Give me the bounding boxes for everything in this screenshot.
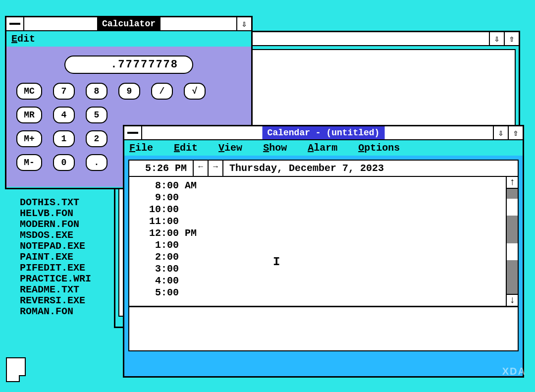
current-time: 5:26 PM <box>129 161 194 176</box>
scroll-down-icon[interactable]: ↓ <box>507 294 518 306</box>
menu-file[interactable]: File <box>129 142 153 154</box>
file-list: DOTHIS.TXTHELVB.FONMODERN.FONMSDOS.EXENO… <box>20 197 91 317</box>
calendar-titlebar[interactable]: Calendar - (untitled) ⇩ ⇧ <box>124 126 523 140</box>
current-date: Thursday, December 7, 2023 <box>223 161 518 176</box>
maximize-icon[interactable]: ⇧ <box>504 32 519 45</box>
calculator-menubar: Edit <box>6 31 251 47</box>
minimize-icon[interactable]: ⇩ <box>489 32 504 45</box>
calendar-notes[interactable] <box>129 306 518 350</box>
calc-key-9[interactable]: 9 <box>118 83 140 100</box>
list-item[interactable]: MSDOS.EXE <box>20 230 91 241</box>
menu-edit[interactable]: Edit <box>11 33 50 45</box>
calendar-content: 5:26 PM ← → Thursday, December 7, 2023 8… <box>128 160 519 351</box>
system-menu-icon[interactable] <box>124 126 142 139</box>
hour-row[interactable]: 5:00 <box>149 287 518 299</box>
calc-key-.[interactable]: . <box>86 154 107 171</box>
list-item[interactable]: REVERSI.EXE <box>20 295 91 306</box>
calc-key-MC[interactable]: MC <box>16 83 42 100</box>
menu-alarm[interactable]: Alarm <box>308 142 337 154</box>
list-item[interactable]: DOTHIS.TXT <box>20 197 91 208</box>
minimize-icon[interactable]: ⇩ <box>493 126 508 139</box>
menu-show[interactable]: Show <box>263 142 287 154</box>
scroll-track[interactable] <box>507 189 518 294</box>
list-item[interactable]: MODERN.FON <box>20 219 91 230</box>
list-item[interactable]: README.TXT <box>20 284 91 295</box>
next-day-button[interactable]: → <box>209 161 223 176</box>
calculator-title: Calculator <box>97 17 160 30</box>
calc-key-7[interactable]: 7 <box>53 83 75 100</box>
calendar-datebar: 5:26 PM ← → Thursday, December 7, 2023 <box>129 161 518 177</box>
hour-row[interactable]: 3:00 <box>149 263 518 275</box>
maximize-icon[interactable]: ⇧ <box>508 126 523 139</box>
calc-key-4[interactable]: 4 <box>53 107 75 123</box>
calculator-display: .77777778 <box>64 56 193 74</box>
text-cursor-icon: I <box>273 256 280 268</box>
hour-row[interactable]: 10:00 <box>149 204 518 216</box>
list-item[interactable]: ROMAN.FON <box>20 306 91 317</box>
scroll-thumb[interactable] <box>507 199 518 216</box>
calc-key-M-[interactable]: M- <box>16 154 42 171</box>
hour-row[interactable]: 4:00 <box>149 275 518 287</box>
calendar-title: Calendar - (untitled) <box>263 126 385 139</box>
hour-row[interactable]: 2:00 <box>149 251 518 263</box>
calc-key-1[interactable]: 1 <box>53 130 75 147</box>
calc-key-8[interactable]: 8 <box>86 83 107 100</box>
document-icon[interactable] <box>6 357 26 382</box>
menu-view[interactable]: View <box>218 142 242 154</box>
hour-row[interactable]: 11:00 <box>149 216 518 227</box>
calculator-titlebar[interactable]: Calculator ⇩ <box>6 17 251 31</box>
hour-row[interactable]: 9:00 <box>149 192 518 204</box>
calendar-hours[interactable]: 8:00 AM 9:0010:0011:0012:00 PM 1:00 2:00… <box>129 177 518 306</box>
minimize-icon[interactable]: ⇩ <box>236 17 251 30</box>
menu-options[interactable]: Options <box>358 142 400 154</box>
hour-row[interactable]: 1:00 <box>149 239 518 251</box>
calc-key-5[interactable]: 5 <box>86 107 107 123</box>
calc-key-√[interactable]: √ <box>184 83 206 100</box>
prev-day-button[interactable]: ← <box>194 161 209 176</box>
calc-key-2[interactable]: 2 <box>86 130 107 147</box>
hour-row[interactable]: 12:00 PM <box>149 227 518 239</box>
system-menu-icon[interactable] <box>6 17 24 30</box>
list-item[interactable]: PIFEDIT.EXE <box>20 263 91 274</box>
calendar-menubar: File Edit View Show Alarm Options <box>124 140 523 156</box>
hour-row[interactable]: 8:00 AM <box>149 180 518 192</box>
watermark: XDA <box>502 366 526 377</box>
calc-key-M+[interactable]: M+ <box>16 130 42 147</box>
calendar-window: Calendar - (untitled) ⇩ ⇧ File Edit View… <box>123 125 524 378</box>
calc-key-/[interactable]: / <box>151 83 173 100</box>
scroll-up-icon[interactable]: ↑ <box>507 177 518 189</box>
scrollbar[interactable]: ↑ ↓ <box>506 177 518 306</box>
calc-key-0[interactable]: 0 <box>53 154 75 171</box>
scroll-thumb[interactable] <box>507 243 518 260</box>
list-item[interactable]: PRACTICE.WRI <box>20 274 91 284</box>
calc-key-MR[interactable]: MR <box>16 107 42 123</box>
menu-edit[interactable]: Edit <box>174 142 198 154</box>
list-item[interactable]: HELVB.FON <box>20 208 91 219</box>
list-item[interactable]: PAINT.EXE <box>20 252 91 263</box>
list-item[interactable]: NOTEPAD.EXE <box>20 241 91 252</box>
